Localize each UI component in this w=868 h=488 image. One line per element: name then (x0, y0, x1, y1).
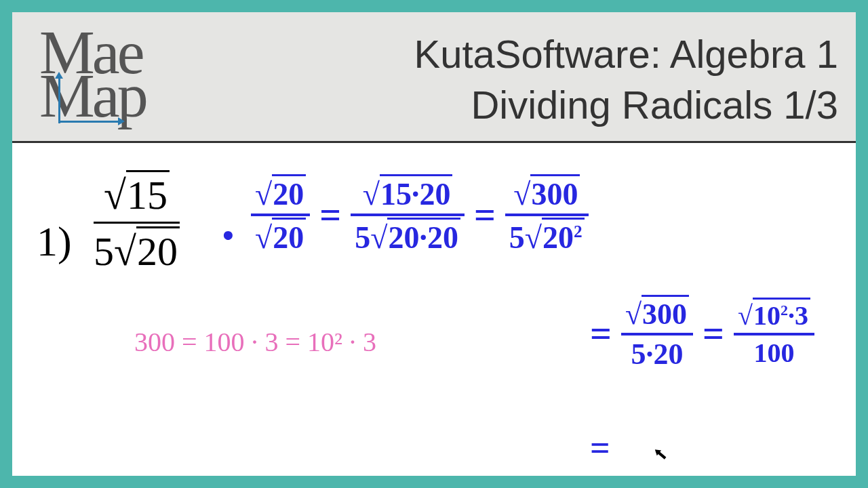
equals-icon: = (590, 312, 621, 355)
trailing-equals: = (590, 428, 610, 468)
logo: Mae Map (39, 26, 146, 131)
printed-num-radicand: 15 (126, 170, 170, 219)
horizontal-axis-icon (60, 121, 119, 123)
step2-den-coef: 5 (355, 220, 370, 255)
step2-den-rad: 20·20 (387, 218, 460, 256)
pencil-cursor-icon (650, 443, 673, 466)
step3-den-rad: 20 (542, 220, 574, 255)
step1-num: 20 (272, 174, 306, 212)
printed-den-coef: 5 (94, 229, 114, 274)
header: Mae Map KutaSoftware: Algebra 1 Dividing… (12, 12, 856, 143)
equals-icon: = (693, 312, 734, 355)
equals-icon: = (310, 193, 351, 237)
step5-num-a: 10 (753, 300, 781, 331)
vertical-axis-icon (58, 77, 60, 123)
problem-number: 1) (37, 218, 72, 266)
step5-den: 100 (734, 336, 814, 369)
title-line-1: KutaSoftware: Algebra 1 (414, 28, 838, 79)
content-frame: Mae Map KutaSoftware: Algebra 1 Dividing… (12, 12, 856, 476)
equals-icon: = (590, 428, 610, 468)
title: KutaSoftware: Algebra 1 Dividing Radical… (414, 28, 838, 131)
step-1: √20 √20 = √15·20 5√20·20 = √300 5√202 (251, 174, 589, 256)
step5-num-b: ·3 (788, 300, 808, 331)
step3-num: 300 (530, 174, 580, 212)
mult-dot-icon: • (222, 216, 234, 253)
step3-den-exp: 2 (574, 222, 583, 241)
pink-factor-note: 300 = 100 · 3 = 10² · 3 (134, 326, 376, 358)
printed-den-radicand: 20 (136, 226, 180, 275)
worksheet-body: 1) √15 5√20 • √20 √20 = √15·20 5√20·20 =… (12, 143, 856, 476)
step3-den-coef: 5 (509, 220, 525, 255)
title-line-2: Dividing Radicals 1/3 (414, 79, 838, 130)
step2-num: 15·20 (380, 174, 453, 212)
step4-den: 5·20 (621, 336, 693, 371)
equals-icon: = (465, 193, 505, 237)
step4-num: 300 (642, 295, 689, 331)
step1-den: 20 (272, 218, 306, 256)
printed-problem: √15 5√20 (94, 170, 180, 275)
step5-num-exp: 2 (781, 302, 788, 319)
printed-numerator: √15 (94, 170, 180, 224)
step-4: = √300 5·20 = √102·3 100 (590, 295, 814, 371)
printed-denominator: 5√20 (94, 224, 180, 275)
